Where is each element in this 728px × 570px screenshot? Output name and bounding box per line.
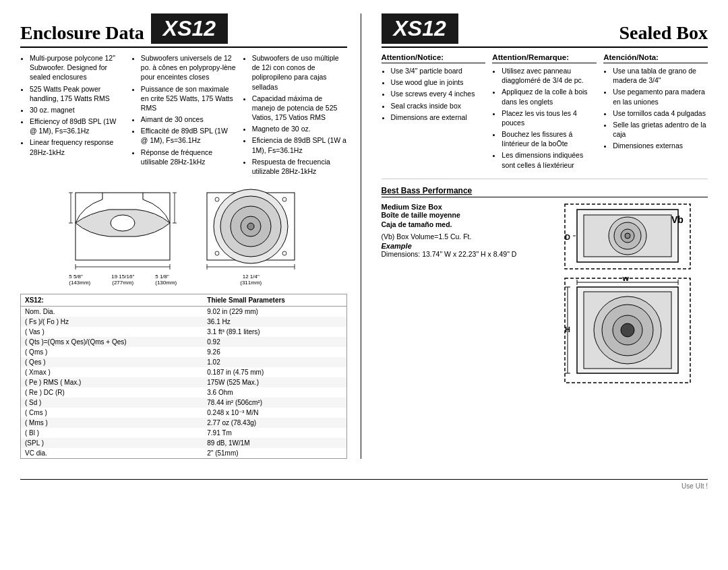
left-panel: Enclosure Data XS12 Multi-purpose polyco… bbox=[20, 13, 361, 459]
list-item: Eficiencia de 89dB SPL (1W a 1M), Fs=36.… bbox=[252, 135, 347, 154]
svg-text:Vb: Vb bbox=[671, 214, 684, 225]
list-item: Utilisez avec panneau diaggloméré de 3/4… bbox=[502, 66, 597, 85]
xs12-badge-left: XS12 bbox=[151, 13, 228, 44]
bullet-list-3: Subwoofers de uso múltiple de 12i con co… bbox=[243, 53, 347, 176]
spanish-label: Caja de tamaño med. bbox=[382, 220, 541, 228]
svg-point-30 bbox=[625, 233, 630, 239]
list-item: Use pegamento para madera en las uniones bbox=[613, 87, 708, 106]
attention-title-3: Atención/Nota: bbox=[603, 53, 708, 63]
box-side-svg: W H bbox=[564, 277, 692, 385]
right-panel: XS12 Sealed Box Attention/Notice: Use 3/… bbox=[375, 13, 708, 459]
list-item: Dimensiones externas bbox=[613, 141, 708, 150]
medium-size-label: Medium Size Box bbox=[382, 203, 541, 211]
french-label: Boîte de taille moyenne bbox=[382, 211, 541, 219]
box-diagram-area: Vb D bbox=[548, 203, 708, 386]
front-view-diagram: 12 1/4" (311mm) bbox=[204, 186, 298, 286]
box-top-view: Vb D bbox=[564, 203, 692, 272]
list-item: Efficiency of 89dB SPL (1W @ 1M), Fs=36.… bbox=[30, 117, 125, 135]
param-header-model: XS12: bbox=[21, 294, 203, 307]
params-table: XS12: Thiele Small Parameters Nom. Dia.9… bbox=[21, 294, 346, 458]
svg-point-16 bbox=[247, 223, 254, 230]
attention-col-1: Attention/Notice: Use 3/4" particle boar… bbox=[382, 53, 486, 172]
box-top-svg: Vb D bbox=[564, 203, 692, 270]
list-item: 525 Watts Peak power handling, 175 Watts… bbox=[30, 84, 125, 103]
list-item: Use tornillos cada 4 pulgadas bbox=[613, 108, 708, 118]
list-item: Efficacité de 89dB SPL (1W @ 1M), Fs=36.… bbox=[141, 126, 236, 145]
attention-list-3: Use una tabla de grano de madera de 3/4"… bbox=[603, 66, 708, 150]
dim-width: 19 15/16" (277mm) bbox=[111, 274, 134, 286]
list-item: Appliquez de la colle à bois dans les on… bbox=[502, 87, 597, 106]
attention-col-3: Atención/Nota: Use una tabla de grano de… bbox=[603, 53, 708, 172]
list-item: Aimant de 30 onces bbox=[141, 115, 236, 124]
right-header: XS12 Sealed Box bbox=[382, 13, 708, 48]
list-item: Subwoofers de uso múltiple de 12i con co… bbox=[252, 53, 347, 92]
list-item: Magneto de 30 oz. bbox=[252, 124, 347, 133]
list-item: Selle las grietas adentro de la caja bbox=[613, 120, 708, 139]
list-item: Use 3/4" particle board bbox=[391, 66, 486, 75]
best-bass-section: Best Bass Performance Medium Size Box Bo… bbox=[382, 186, 708, 386]
svg-point-1 bbox=[111, 215, 135, 231]
example-label: Example bbox=[382, 242, 541, 250]
list-item: Réponse de fréquence utilisable 28Hz-1kH… bbox=[141, 148, 236, 166]
svg-point-18 bbox=[282, 197, 286, 201]
list-item: Seal cracks inside box bbox=[391, 101, 486, 110]
bullet-col-2: Subwoofers universels de 12 po. à cônes … bbox=[131, 53, 236, 178]
list-item: 30 oz. magnet bbox=[30, 105, 125, 115]
svg-text:D: D bbox=[565, 233, 570, 241]
enclosure-data-title: Enclosure Data bbox=[20, 22, 144, 44]
attention-title-1: Attention/Notice: bbox=[382, 53, 486, 63]
box-specs-text: Medium Size Box Boîte de taille moyenne … bbox=[382, 203, 541, 386]
thiele-params-table: XS12: Thiele Small Parameters Nom. Dia.9… bbox=[20, 294, 347, 459]
diagram1-labels: 5 5/8" (143mm) 19 15/16" (277mm) 5 1/8" … bbox=[69, 274, 177, 286]
bullet-col-1: Multi-purpose polycone 12" Subwoofer. De… bbox=[20, 53, 125, 178]
use-uit-label: Use UIt ! bbox=[20, 482, 708, 490]
svg-point-19 bbox=[215, 251, 219, 255]
list-item: Use una tabla de grano de madera de 3/4" bbox=[613, 66, 708, 85]
list-item: Subwoofers universels de 12 po. à cônes … bbox=[141, 53, 236, 82]
dim-height-left: 5 5/8" (143mm) bbox=[69, 274, 90, 286]
bullet-col-3: Subwoofers de uso múltiple de 12i con co… bbox=[243, 53, 347, 178]
attention-section: Attention/Notice: Use 3/4" particle boar… bbox=[382, 53, 708, 172]
attention-list-1: Use 3/4" particle board Use wood glue in… bbox=[382, 66, 486, 122]
diagram2-labels: 12 1/4" (311mm) bbox=[240, 274, 262, 286]
sealed-box-title: Sealed Box bbox=[619, 22, 708, 44]
list-item: Capacidad máxima de manejo de potencia d… bbox=[252, 94, 347, 123]
attention-list-2: Utilisez avec panneau diaggloméré de 3/4… bbox=[492, 66, 597, 170]
list-item: Use screws every 4 inches bbox=[391, 89, 486, 98]
dim-height-right: 5 1/8" (130mm) bbox=[155, 274, 177, 286]
top-section: Enclosure Data XS12 Multi-purpose polyco… bbox=[20, 13, 708, 459]
list-item: Multi-purpose polycone 12" Subwoofer. De… bbox=[30, 53, 125, 82]
xs12-badge-right: XS12 bbox=[382, 13, 458, 44]
list-item: Bouchez les fissures á líntérieur de la … bbox=[502, 129, 597, 148]
vb-label: (Vb) Box Volume=1.5 Cu. Ft. bbox=[382, 232, 541, 241]
list-item: Use wood glue in joints bbox=[391, 77, 486, 87]
list-item: Les dimensions indiquées sont celles á l… bbox=[502, 150, 597, 169]
svg-text:W: W bbox=[622, 277, 630, 282]
box-side-view: W H bbox=[564, 277, 692, 386]
list-item: Respuesta de frecuencia utilizable 28Hz-… bbox=[252, 157, 347, 176]
side-view-svg bbox=[69, 186, 177, 274]
bullet-columns: Multi-purpose polycone 12" Subwoofer. De… bbox=[20, 53, 347, 178]
bullet-list-2: Subwoofers universels de 12 po. à cônes … bbox=[131, 53, 236, 166]
box-diagram-section: Medium Size Box Boîte de taille moyenne … bbox=[382, 203, 708, 386]
best-bass-title: Best Bass Performance bbox=[382, 186, 708, 197]
svg-point-20 bbox=[282, 251, 286, 255]
bottom-divider bbox=[20, 479, 708, 480]
diagrams-area: 5 5/8" (143mm) 19 15/16" (277mm) 5 1/8" … bbox=[20, 186, 347, 286]
svg-point-40 bbox=[621, 323, 634, 337]
dimensions-label: Dimensions: 13.74" W x 22.23" H x 8.49" … bbox=[382, 250, 541, 258]
attention-title-2: Attention/Remarque: bbox=[492, 53, 597, 63]
list-item: Puissance de son maximale en crite 525 W… bbox=[141, 84, 236, 113]
param-header-title: Thiele Small Parameters bbox=[203, 294, 346, 307]
svg-text:H: H bbox=[565, 325, 570, 334]
attention-col-2: Attention/Remarque: Utilisez avec pannea… bbox=[492, 53, 597, 172]
list-item: Placez les vis tous les 4 pouces bbox=[502, 108, 597, 127]
side-view-diagram: 5 5/8" (143mm) 19 15/16" (277mm) 5 1/8" … bbox=[69, 186, 177, 286]
svg-point-17 bbox=[215, 197, 219, 201]
list-item: Linear frequency response 28Hz-1kHz bbox=[30, 137, 125, 156]
page-container: Enclosure Data XS12 Multi-purpose polyco… bbox=[20, 13, 708, 490]
left-header: Enclosure Data XS12 bbox=[20, 13, 347, 48]
list-item: Dimensions are external bbox=[391, 113, 486, 122]
divider bbox=[382, 179, 708, 179]
front-view-svg bbox=[204, 186, 298, 274]
